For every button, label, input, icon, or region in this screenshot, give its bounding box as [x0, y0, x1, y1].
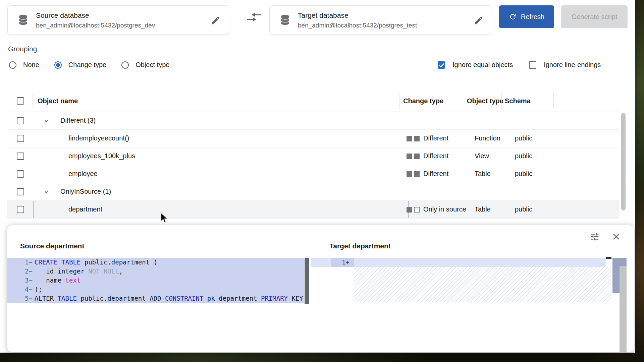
line-number: 3−	[7, 276, 33, 285]
code-line: 3− name text	[7, 276, 304, 285]
schema-label: public	[515, 134, 532, 142]
generate-script-button[interactable]: Generate script	[561, 5, 628, 28]
change-type-label: Different	[423, 170, 448, 178]
change-type-icon	[407, 154, 420, 159]
grouping-radio-none[interactable]: None	[9, 61, 39, 69]
target-scrollbar-diff-tick	[606, 257, 611, 259]
radio-label: Change type	[68, 61, 106, 69]
row-checkbox[interactable]	[17, 135, 24, 142]
target-database-card[interactable]: Target database ben_admin@localhost:5432…	[269, 5, 492, 35]
diff-settings-button[interactable]	[589, 231, 600, 243]
row-checkbox[interactable]	[17, 117, 24, 124]
schema-label: public	[515, 170, 532, 178]
diff-close-button[interactable]	[610, 231, 622, 243]
compare-option-toggles: Ignore equal objectsIgnore line-endings	[438, 61, 617, 69]
header-divider	[463, 93, 463, 109]
object-type-label: View	[475, 152, 489, 160]
pencil-icon	[474, 15, 484, 25]
select-all-checkbox[interactable]	[17, 97, 24, 105]
row-checkbox[interactable]	[17, 153, 24, 160]
toggle-ignore-line-endings[interactable]: Ignore line-endings	[529, 61, 601, 69]
object-type-label: Table	[475, 205, 491, 213]
table-row[interactable]: findemployeecount()DifferentFunctionpubl…	[7, 130, 619, 147]
group-label: Different (3)	[60, 117, 96, 124]
checkbox-icon	[529, 61, 536, 69]
code-line: 4−);	[7, 285, 304, 294]
change-square-filled	[407, 136, 412, 141]
change-type-icon	[407, 136, 420, 141]
objects-table: Object name Change type Object type Sche…	[7, 90, 619, 219]
change-square-filled	[407, 171, 412, 177]
change-type-icon	[407, 207, 420, 213]
change-type-label: Only in source	[423, 205, 466, 213]
column-change-type[interactable]: Change type	[403, 97, 443, 105]
target-line-number: 1+	[331, 258, 354, 267]
column-object-name[interactable]: Object name	[38, 97, 78, 105]
code-line: 2− id integer NOT NULL,	[7, 267, 304, 276]
schema-label: public	[515, 152, 532, 160]
target-db-title: Target database	[298, 11, 492, 19]
target-missing-block-hatch	[354, 267, 611, 302]
checkbox-icon	[438, 61, 445, 69]
table-body: Different (3)findemployeecount()Differen…	[7, 112, 619, 219]
edit-source-button[interactable]	[210, 15, 221, 26]
database-icon	[16, 12, 30, 28]
row-checkbox[interactable]	[17, 170, 24, 178]
swap-direction-icon	[246, 11, 262, 23]
edit-target-button[interactable]	[473, 15, 484, 26]
change-square-outline	[414, 207, 420, 213]
row-checkbox[interactable]	[17, 206, 24, 213]
radio-label: None	[23, 61, 39, 69]
chevron-down-icon[interactable]	[42, 188, 50, 197]
toggle-ignore-equal-objects[interactable]: Ignore equal objects	[438, 61, 513, 69]
grouping-radio-group: NoneChange typeObject type	[9, 61, 184, 69]
object-name-label: findemployeecount()	[68, 134, 129, 142]
code-text: id integer NOT NULL,	[35, 267, 123, 276]
target-pane-scrollbar-thumb[interactable]	[612, 258, 620, 293]
close-icon	[611, 232, 621, 242]
diff-panel: Source department Target department 1−CR…	[7, 225, 634, 352]
radio-icon	[9, 61, 16, 69]
refresh-label: Refresh	[521, 13, 544, 21]
change-type-icon	[407, 171, 420, 177]
object-name-label: department	[68, 205, 102, 213]
line-number: 1−	[7, 258, 33, 267]
object-name-label: employees_100k_plus	[68, 152, 135, 160]
change-type-label: Different	[423, 152, 448, 160]
table-scrollbar-thumb[interactable]	[621, 113, 626, 210]
column-object-type[interactable]: Object type	[467, 97, 503, 105]
grouping-radio-object-type[interactable]: Object type	[121, 61, 169, 69]
database-icon	[278, 12, 292, 28]
source-db-title: Source database	[36, 11, 229, 19]
change-square-filled	[407, 207, 412, 213]
radio-label: Object type	[136, 61, 169, 69]
column-schema[interactable]: Schema	[505, 97, 531, 105]
change-type-label: Different	[423, 134, 448, 142]
target-added-line-highlight	[311, 258, 606, 267]
group-row[interactable]: Different (3)	[7, 112, 619, 130]
code-text: name text	[35, 276, 80, 285]
object-type-label: Table	[475, 170, 491, 178]
code-line: 5−ALTER TABLE public.department ADD CONS…	[7, 294, 304, 303]
pencil-icon	[211, 15, 221, 25]
source-database-card[interactable]: Source database ben_admin@localhost:5432…	[7, 5, 229, 35]
table-row[interactable]: employeeDifferentTablepublic	[7, 165, 619, 183]
row-checkbox[interactable]	[17, 188, 24, 195]
header-divider	[33, 93, 33, 109]
refresh-button[interactable]: Refresh	[499, 5, 554, 28]
source-pane-scrollbar-thumb[interactable]	[305, 258, 309, 304]
refresh-icon	[509, 13, 517, 21]
object-name-label: employee	[68, 170, 98, 178]
group-label: OnlyInSource (1)	[60, 188, 111, 195]
chevron-down-icon[interactable]	[42, 117, 50, 126]
change-square-filled	[414, 154, 420, 159]
table-row[interactable]: employees_100k_plusDifferentViewpublic	[7, 147, 619, 165]
toggle-label: Ignore equal objects	[452, 61, 513, 69]
line-number: 2−	[7, 267, 33, 276]
group-row[interactable]: OnlyInSource (1)	[7, 183, 619, 201]
grouping-radio-change-type[interactable]: Change type	[54, 61, 106, 69]
target-db-info: Target database ben_admin@localhost:5432…	[298, 11, 492, 29]
target-overview-ruler-marker	[620, 258, 627, 266]
tune-icon	[590, 232, 600, 242]
table-row[interactable]: departmentOnly in sourceTablepublic	[7, 201, 619, 219]
